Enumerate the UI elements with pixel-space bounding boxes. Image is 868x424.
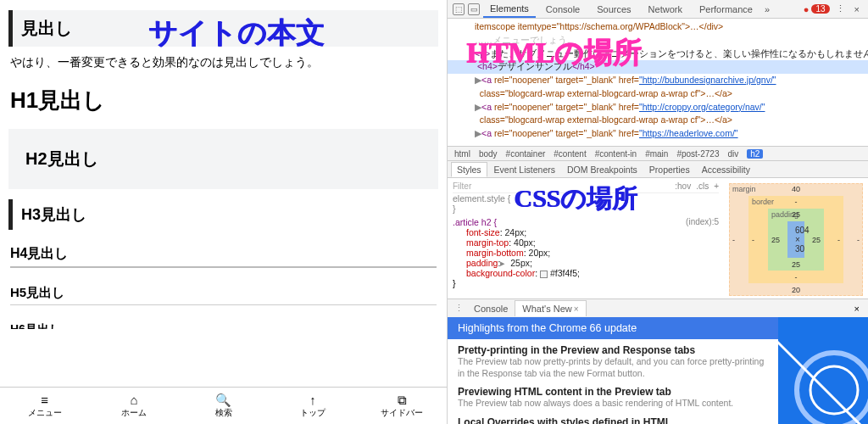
search-icon: 🔍 (215, 393, 231, 406)
device-toggle-icon[interactable]: ▭ (468, 3, 480, 15)
prop-value[interactable]: 40px; (514, 237, 536, 248)
h4-heading: H4見出し (10, 245, 437, 268)
bm-val: - (732, 236, 735, 244)
tab-network[interactable]: Network (642, 2, 689, 17)
dom-link[interactable]: "http://bubundesignarchive.jp/gnv/" (639, 75, 776, 85)
filter-input[interactable]: Filter (453, 181, 471, 191)
bm-val: - (795, 273, 798, 282)
close-icon[interactable]: × (851, 4, 863, 14)
brace-close: } (453, 278, 719, 288)
rule-source[interactable]: (index):5 (686, 217, 719, 226)
drawer-body: Highlights from the Chrome 66 update Pre… (448, 317, 868, 424)
tab-sources[interactable]: Sources (590, 2, 637, 17)
dom-text: また、サブメニュー動作にアニメーションをつけると、楽しい操作性になるかもしれませ… (490, 48, 868, 59)
rule-selector[interactable]: .article h2 { (453, 217, 497, 227)
nav-sidebar[interactable]: ⧉サイドバー (358, 388, 447, 424)
dom-tag: </h4> (572, 61, 595, 71)
nav-home[interactable]: ⌂ホーム (89, 388, 178, 424)
nav-menu[interactable]: ≡メニュー (0, 388, 89, 424)
nav-label: サイドバー (381, 407, 423, 419)
prop-name[interactable]: margin-top (466, 237, 509, 248)
nav-search[interactable]: 🔍検索 (179, 388, 268, 424)
element-style[interactable]: element.style { (453, 193, 719, 204)
prop-value[interactable]: #f3f4f5; (550, 268, 580, 278)
sidebar-icon: ⧉ (398, 393, 407, 406)
nav-label: メニュー (28, 407, 62, 419)
prop-value[interactable]: 20px; (529, 248, 551, 258)
crumb[interactable]: body (479, 149, 498, 159)
close-icon[interactable]: × (574, 304, 579, 314)
kebab-menu-icon[interactable]: ⋮ (832, 3, 849, 14)
whatsnew-item[interactable]: Local Overrides with styles defined in H… (448, 411, 778, 424)
crumb[interactable]: html (454, 149, 470, 159)
nav-top[interactable]: ↑トップ (268, 388, 357, 424)
nav-label: 検索 (215, 407, 232, 419)
prop-name[interactable]: margin-bottom (466, 248, 524, 258)
tab-elements[interactable]: Elements (483, 1, 536, 18)
dom-link[interactable]: "https://headerlove.com/" (639, 128, 738, 138)
prop-name[interactable]: background-color (466, 268, 535, 278)
crumb[interactable]: #main (645, 149, 668, 159)
whatsnew-desc: The Preview tab now always does a basic … (458, 398, 768, 410)
subtab-event-listeners[interactable]: Event Listeners (489, 163, 560, 176)
subtab-dom-breakpoints[interactable]: DOM Breakpoints (562, 163, 643, 176)
article-intro: やはり、一番変更できると効果的なのは見出しでしょう。 (10, 55, 437, 70)
crumb-selected[interactable]: h2 (747, 149, 763, 159)
subtab-accessibility[interactable]: Accessibility (697, 163, 755, 176)
bm-val: 25 (792, 210, 800, 219)
whatsnew-title: Local Overrides with styles defined in H… (458, 416, 768, 424)
tabs-overflow[interactable]: » (765, 4, 770, 14)
prop-value[interactable]: 24px; (505, 227, 527, 237)
crumb[interactable]: #content-in (595, 149, 637, 159)
subtab-properties[interactable]: Properties (644, 163, 695, 176)
dom-text: … (484, 35, 493, 45)
drawer-tabbar: ⋮ Console What's New× × (448, 298, 868, 317)
dom-attr: rel="noopener" target="_blank" href= (494, 128, 639, 138)
bm-val: - (795, 198, 798, 206)
whatsnew-desc: The Preview tab now pretty-prints by def… (458, 356, 768, 379)
bm-content: 604 × 30 (787, 221, 804, 258)
drawer-tab-console[interactable]: Console (467, 301, 515, 316)
dom-text: itemscope itemtype="https://schema.org/W… (475, 21, 723, 31)
whatsnew-art (778, 317, 868, 424)
crumb[interactable]: div (727, 149, 738, 159)
tab-console[interactable]: Console (539, 2, 587, 17)
tab-performance[interactable]: Performance (693, 2, 760, 17)
whatsnew-item[interactable]: Previewing HTML content in the Preview t… (448, 381, 778, 411)
bm-val: 20 (792, 286, 800, 294)
whatsnew-item[interactable]: Pretty-printing in the Preview and Respo… (448, 339, 778, 381)
crumb[interactable]: #post-2723 (676, 149, 719, 159)
breadcrumb[interactable]: html body #container #content #content-i… (448, 146, 868, 161)
hov-toggle[interactable]: :hov (675, 181, 691, 191)
inspect-icon[interactable]: ⬚ (453, 3, 465, 15)
site-preview: 見出し サイトの本文 やはり、一番変更できると効果的なのは見出しでしょう。 H1… (0, 0, 448, 424)
dom-tree[interactable]: HTMLの場所 itemscope itemtype="https://sche… (448, 19, 868, 146)
drawer-menu-icon[interactable]: ⋮ (451, 303, 467, 314)
whatsnew-title: Pretty-printing in the Preview and Respo… (458, 344, 768, 356)
crumb[interactable]: #content (554, 149, 586, 159)
prop-name[interactable]: font-size (466, 227, 500, 237)
add-rule-icon[interactable]: + (714, 181, 719, 191)
bm-val: - (752, 236, 754, 244)
crumb[interactable]: #container (506, 149, 546, 159)
arrow-up-icon: ↑ (309, 393, 316, 406)
bm-val: 25 (771, 236, 780, 244)
styles-panel: Filter :hov .cls + CSSの場所 element.style … (448, 178, 868, 298)
error-count[interactable]: 13 (811, 4, 829, 14)
h1-heading: H1見出し (10, 86, 437, 115)
box-model[interactable]: margin 40 20 - - border - - - - padding … (724, 178, 868, 298)
prop-value[interactable]: 25px; (510, 258, 532, 268)
whatsnew-title: Previewing HTML content in the Preview t… (458, 386, 768, 398)
h3-heading: H3見出し (8, 199, 438, 230)
dom-link[interactable]: "http://croppy.org/category/nav/" (639, 102, 765, 112)
devtools-tabbar: ⬚ ▭ Elements Console Sources Network Per… (448, 0, 868, 19)
drawer-close-icon[interactable]: × (849, 304, 865, 314)
subtab-styles[interactable]: Styles (451, 162, 487, 177)
drawer-tab-whatsnew[interactable]: What's New× (515, 300, 586, 316)
css-rules[interactable]: Filter :hov .cls + CSSの場所 element.style … (448, 178, 724, 298)
prop-name[interactable]: padding (466, 258, 498, 268)
dom-text: デザインサンプル (498, 61, 572, 71)
h6-heading: H6見出し (10, 322, 437, 329)
color-swatch-icon[interactable] (540, 271, 548, 278)
cls-toggle[interactable]: .cls (696, 181, 709, 191)
